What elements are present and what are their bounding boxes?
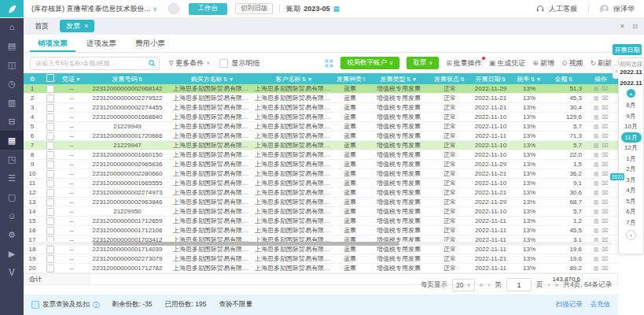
view-voucher-icon[interactable]: ▥ bbox=[594, 199, 599, 205]
delete-icon[interactable]: ⌧ bbox=[602, 190, 608, 195]
select-all-checkbox[interactable] bbox=[46, 74, 54, 82]
delete-icon[interactable]: ⌧ bbox=[602, 228, 608, 233]
page-input[interactable] bbox=[506, 278, 532, 291]
col-header-1[interactable] bbox=[41, 73, 60, 84]
tax-digital-account-button[interactable]: 税局数字账户 ∨ bbox=[340, 57, 399, 69]
filter-funnel-icon[interactable]: ▼ bbox=[228, 76, 234, 82]
row-checkbox[interactable] bbox=[46, 265, 54, 272]
sort-icon[interactable]: ⇅ bbox=[138, 76, 143, 82]
delete-icon[interactable]: ⌧ bbox=[602, 105, 608, 110]
row-checkbox[interactable] bbox=[46, 246, 54, 254]
sort-icon[interactable]: ⇅ bbox=[569, 76, 573, 82]
sidebar-item-video[interactable]: ▶ bbox=[0, 244, 24, 263]
delete-icon[interactable]: ⌧ bbox=[602, 199, 608, 205]
row-checkbox[interactable] bbox=[46, 142, 54, 150]
get-ticket-button[interactable]: 取票 ∨ bbox=[407, 57, 439, 69]
sort-icon[interactable]: ⇅ bbox=[362, 76, 365, 82]
filter-funnel-icon[interactable]: ▼ bbox=[75, 76, 81, 82]
month-4月[interactable]: 4月 bbox=[621, 185, 642, 196]
col-header-2[interactable]: 凭证▼ bbox=[60, 73, 83, 84]
month-8月[interactable]: 8月 bbox=[621, 100, 642, 111]
search-icon[interactable] bbox=[149, 60, 156, 67]
col-header-8[interactable]: 发票状态⇅▼ bbox=[432, 73, 467, 84]
delete-icon[interactable]: ⌧ bbox=[602, 152, 608, 158]
delete-icon[interactable]: ⌧ bbox=[602, 95, 608, 101]
month-6月[interactable]: 6月 bbox=[621, 206, 642, 217]
delete-icon[interactable]: ⌧ bbox=[602, 143, 608, 148]
col-header-10[interactable]: 税率⇅▼ bbox=[514, 73, 544, 84]
sort-icon[interactable]: ⇅ bbox=[302, 76, 307, 82]
view-voucher-icon[interactable]: ▥ bbox=[594, 228, 599, 233]
scan-history-link[interactable]: 扫描记录 bbox=[556, 300, 583, 309]
last-page-icon[interactable]: » bbox=[555, 281, 559, 289]
sidebar-item-vouchers[interactable]: ▤ bbox=[0, 36, 24, 55]
delete-icon[interactable]: ⌧ bbox=[602, 86, 608, 91]
view-voucher-icon[interactable]: ▥ bbox=[594, 190, 599, 195]
gear-icon[interactable]: ⚙ bbox=[29, 76, 35, 83]
view-voucher-icon[interactable]: ▥ bbox=[594, 265, 599, 271]
company-selector[interactable]: (库存核算) 直播帮准泰信息技术股份... ∨ bbox=[31, 4, 157, 14]
row-checkbox[interactable] bbox=[46, 227, 54, 235]
view-voucher-icon[interactable]: ▥ bbox=[594, 124, 599, 129]
filter-funnel-icon[interactable]: ▼ bbox=[411, 76, 417, 82]
show-detail-toggle[interactable]: 显示明细 bbox=[219, 58, 259, 69]
show-detail-checkbox[interactable] bbox=[219, 59, 228, 68]
filter-funnel-icon[interactable]: ▼ bbox=[535, 76, 541, 82]
scroll-down-icon[interactable]: ▼ bbox=[626, 230, 636, 240]
month-11月[interactable]: 11月 bbox=[621, 132, 642, 143]
sidebar-item-invoices[interactable]: ▦ bbox=[0, 131, 24, 150]
row-checkbox[interactable] bbox=[46, 123, 54, 131]
sidebar-item-certificates[interactable]: ⊟ bbox=[0, 112, 24, 131]
workbench-button[interactable]: 工作台 bbox=[189, 3, 228, 15]
first-page-icon[interactable]: « bbox=[480, 281, 484, 289]
sort-icon[interactable]: ⇅ bbox=[407, 76, 411, 82]
delete-icon[interactable]: ⌧ bbox=[602, 171, 608, 176]
scroll-up-icon[interactable]: ▲ bbox=[627, 89, 635, 98]
row-checkbox[interactable] bbox=[46, 132, 54, 140]
view-voucher-icon[interactable]: ▥ bbox=[594, 180, 599, 186]
view-voucher-icon[interactable]: ▥ bbox=[594, 95, 599, 101]
accounting-period[interactable]: 账期 2023-05 ▦ bbox=[286, 4, 340, 14]
col-header-3[interactable]: 发票号码⇅ bbox=[83, 73, 171, 84]
add-new-button[interactable]: ⊕ 新增 bbox=[532, 58, 554, 69]
row-checkbox[interactable] bbox=[46, 217, 54, 225]
month-2月[interactable]: 2月 bbox=[621, 164, 642, 175]
generate-voucher-button[interactable]: ▣ 生成凭证 bbox=[489, 58, 526, 69]
row-checkbox[interactable] bbox=[46, 189, 54, 197]
view-voucher-icon[interactable]: ▥ bbox=[594, 209, 599, 214]
month-5月[interactable]: 5月 bbox=[621, 196, 642, 207]
sort-icon[interactable]: ⇅ bbox=[460, 76, 465, 82]
sidebar-item-settings[interactable]: ⚙ bbox=[0, 225, 24, 244]
view-voucher-icon[interactable]: ▥ bbox=[594, 256, 599, 261]
batch-operation-button[interactable]: ⊞ 批量操作 bbox=[446, 58, 482, 69]
sidebar-item-inventory[interactable]: ◳ bbox=[0, 150, 24, 169]
sidebar-item-home[interactable]: ⌂ bbox=[0, 17, 24, 36]
delete-icon[interactable]: ⌧ bbox=[602, 246, 608, 252]
col-header-9[interactable]: 开票日期⇅ bbox=[467, 73, 514, 84]
view-voucher-icon[interactable]: ▥ bbox=[594, 114, 599, 120]
per-page-select[interactable]: 20 ∨ bbox=[452, 279, 475, 291]
delete-icon[interactable]: ⌧ bbox=[602, 114, 608, 120]
sidebar-item-reports[interactable]: ◫ bbox=[0, 55, 24, 74]
close-tab-icon[interactable]: × bbox=[84, 22, 88, 30]
view-voucher-icon[interactable]: ▥ bbox=[594, 161, 599, 167]
view-voucher-icon[interactable]: ▥ bbox=[594, 171, 599, 176]
more-filters-button[interactable]: ∇ 更多条件 ∨ bbox=[169, 58, 210, 69]
close-all-icon[interactable]: × bbox=[620, 22, 624, 31]
tab-invoice[interactable]: 发票 × bbox=[60, 20, 94, 32]
sidebar-item-v-logo[interactable]: V bbox=[0, 263, 24, 282]
grid-apps-icon[interactable] bbox=[325, 59, 333, 68]
sidebar-item-statements[interactable]: ▢ bbox=[0, 187, 24, 206]
tab-home[interactable]: 首页 bbox=[24, 21, 60, 32]
view-voucher-icon[interactable]: ▥ bbox=[594, 246, 599, 252]
month-1月[interactable]: 1月 bbox=[621, 154, 642, 165]
horizontal-scrollbar-thumb[interactable] bbox=[93, 242, 399, 246]
col-header-5[interactable]: 客户名称⇅▼ bbox=[253, 73, 335, 84]
refresh-button[interactable]: ↻ 刷新 bbox=[590, 58, 612, 69]
view-voucher-icon[interactable]: ▥ bbox=[594, 105, 599, 110]
fullscreen-icon[interactable]: ⊡ bbox=[632, 23, 638, 30]
delete-icon[interactable]: ⌧ bbox=[602, 218, 608, 224]
sort-icon[interactable]: ⇅ bbox=[531, 76, 535, 82]
sort-icon[interactable]: ⇅ bbox=[502, 76, 506, 82]
subtab-2[interactable]: 费用小票 bbox=[127, 35, 173, 52]
